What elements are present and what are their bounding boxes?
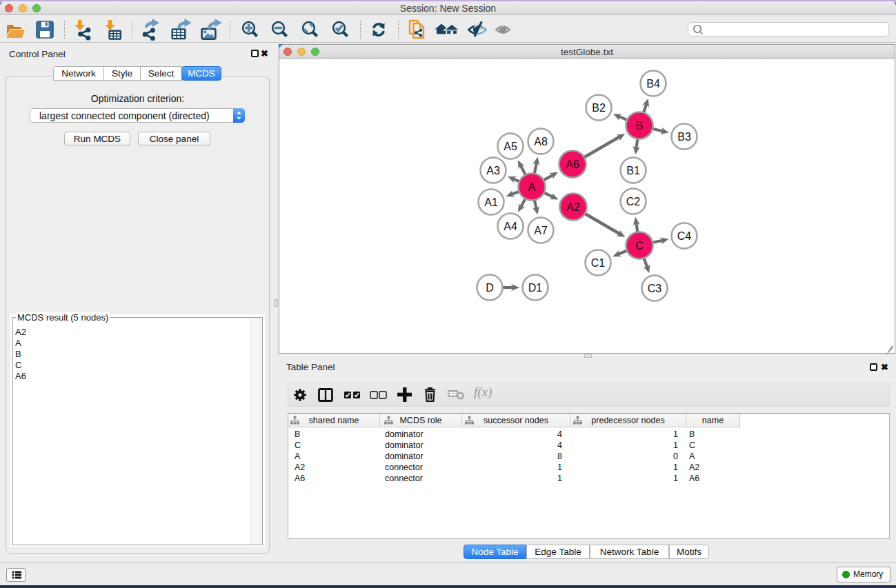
svg-text:D1: D1 — [528, 282, 543, 294]
svg-text:C1: C1 — [591, 257, 606, 269]
svg-text:B2: B2 — [592, 102, 606, 114]
svg-text:C: C — [635, 240, 644, 252]
svg-text:A6: A6 — [566, 159, 579, 170]
svg-text:C2: C2 — [626, 196, 641, 207]
svg-text:B4: B4 — [646, 78, 660, 90]
svg-text:B: B — [636, 120, 644, 132]
svg-text:D: D — [486, 282, 494, 294]
svg-text:B1: B1 — [626, 165, 640, 176]
svg-text:B3: B3 — [677, 131, 691, 143]
svg-text:C3: C3 — [648, 283, 662, 294]
svg-text:A1: A1 — [484, 196, 498, 208]
svg-text:A5: A5 — [504, 141, 517, 152]
svg-text:A2: A2 — [566, 201, 580, 213]
svg-text:A: A — [528, 181, 536, 193]
svg-text:A7: A7 — [534, 225, 548, 236]
svg-text:C4: C4 — [677, 230, 692, 242]
svg-text:A3: A3 — [486, 165, 500, 176]
svg-text:A4: A4 — [504, 221, 517, 232]
svg-text:A8: A8 — [534, 136, 548, 148]
